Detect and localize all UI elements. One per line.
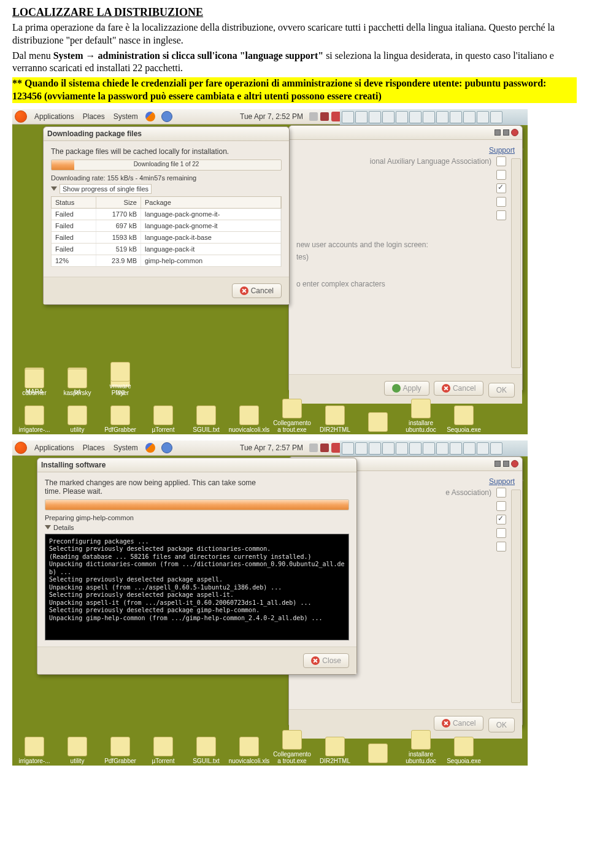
taskbar-btn[interactable] — [382, 442, 395, 455]
close-icon[interactable] — [511, 129, 518, 136]
lang-checkbox-checked[interactable] — [496, 515, 506, 524]
desktop-icon[interactable] — [368, 743, 388, 763]
desktop-icon[interactable] — [282, 730, 302, 750]
desktop-icon[interactable] — [110, 737, 130, 756]
app-icon[interactable] — [110, 362, 130, 382]
help-icon[interactable] — [161, 111, 172, 122]
desktop-icon[interactable] — [411, 399, 431, 418]
desktop-icon[interactable] — [454, 737, 474, 756]
volume-icon[interactable] — [309, 444, 318, 452]
desktop-icon[interactable] — [153, 405, 173, 425]
taskbar-btn[interactable] — [463, 442, 475, 455]
taskbar-btn[interactable] — [423, 442, 435, 455]
desktop-icon[interactable] — [67, 405, 87, 425]
progress-table-header: Status Size Package — [51, 196, 282, 209]
folder-icon[interactable] — [25, 369, 44, 388]
maximize-icon[interactable] — [503, 461, 509, 467]
desktop-icon[interactable] — [67, 737, 87, 756]
taskbar-btn[interactable] — [490, 111, 502, 123]
desktop-icon[interactable] — [325, 737, 345, 756]
taskbar-btn[interactable] — [409, 111, 422, 123]
support-link[interactable]: Support — [296, 146, 515, 155]
minimize-icon[interactable] — [495, 129, 501, 136]
taskbar-btn[interactable] — [382, 111, 395, 123]
menu-system[interactable]: System — [112, 112, 139, 121]
panel-clock: Tue Apr 7, 2:52 PM — [240, 112, 303, 121]
menu-places[interactable]: Places — [82, 112, 106, 121]
close-icon[interactable] — [511, 460, 518, 467]
network-icon[interactable] — [320, 112, 329, 121]
taskbar-btn[interactable] — [490, 442, 502, 455]
desktop-icon[interactable] — [196, 405, 216, 425]
desktop-icon[interactable] — [196, 737, 216, 756]
lang-checkbox[interactable] — [496, 501, 506, 511]
details-expander[interactable]: Details — [45, 524, 74, 531]
lang-checkbox[interactable] — [496, 170, 506, 180]
taskbar-btn[interactable] — [355, 111, 368, 123]
desktop-icons-row1: cdburner kaspersky vmware Player — [16, 361, 524, 396]
taskbar-btn[interactable] — [450, 111, 462, 123]
scrollbar[interactable] — [511, 490, 521, 703]
scrollbar[interactable] — [511, 158, 521, 368]
taskbar-btn[interactable] — [396, 111, 408, 123]
taskbar-btn[interactable] — [342, 111, 354, 123]
menu-system[interactable]: System — [112, 444, 139, 452]
downloading-dialog: Downloading package files The package fi… — [43, 126, 290, 305]
cancel-button[interactable]: Cancel — [232, 283, 282, 298]
desktop-icon[interactable] — [454, 405, 474, 425]
desktop-icons-row2: irrigatore-...utilityPdfGrabberµTorrentS… — [16, 398, 524, 433]
desktop-icon[interactable] — [282, 399, 302, 418]
firefox-icon[interactable] — [145, 112, 155, 121]
desktop-icon[interactable] — [153, 737, 173, 756]
lang-checkbox[interactable] — [496, 528, 506, 538]
menu-applications[interactable]: Applications — [33, 444, 75, 452]
desktop-icon[interactable] — [239, 405, 259, 425]
minimize-icon[interactable] — [495, 461, 501, 467]
taskbar-btn[interactable] — [342, 442, 354, 455]
taskbar-btn[interactable] — [409, 442, 422, 455]
doc-para1a: La prima operazione da fare è la localiz… — [12, 21, 577, 47]
taskbar-btn[interactable] — [477, 442, 489, 455]
taskbar-btn[interactable] — [423, 111, 435, 123]
lang-hint: tes) — [296, 253, 515, 261]
dialog-text: The marked changes are now being applied… — [45, 478, 258, 496]
lang-checkbox[interactable] — [496, 210, 506, 220]
desktop-icon[interactable] — [325, 405, 345, 425]
desktop-icon[interactable] — [411, 730, 431, 750]
menu-places[interactable]: Places — [82, 444, 106, 452]
desktop-icon[interactable] — [25, 737, 44, 756]
taskbar-btn[interactable] — [450, 442, 462, 455]
volume-icon[interactable] — [309, 112, 318, 121]
taskbar-btn[interactable] — [355, 442, 368, 455]
network-icon[interactable] — [320, 444, 329, 452]
lang-checkbox[interactable] — [496, 197, 506, 207]
show-progress-expander[interactable]: Show progress of single files — [51, 184, 152, 194]
close-button[interactable]: Close — [303, 653, 349, 668]
taskbar-btn[interactable] — [396, 442, 408, 455]
windows-taskbar-fragment — [340, 440, 528, 456]
desktop-icon[interactable] — [368, 412, 388, 432]
lang-checkbox[interactable] — [496, 488, 506, 497]
lang-checkbox-checked[interactable] — [496, 183, 506, 193]
taskbar-btn[interactable] — [369, 442, 381, 455]
help-icon[interactable] — [161, 442, 172, 453]
desktop-icon[interactable] — [239, 737, 259, 756]
install-progress — [45, 499, 349, 510]
taskbar-btn[interactable] — [463, 111, 475, 123]
ubuntu-logo-icon — [15, 442, 27, 454]
dialog-text: The package files will be cached locally… — [51, 147, 282, 156]
dialog-title: Downloading package files — [44, 127, 289, 141]
desktop-icon[interactable] — [110, 405, 130, 425]
lang-checkbox[interactable] — [496, 542, 506, 551]
maximize-icon[interactable] — [503, 129, 509, 136]
firefox-icon[interactable] — [145, 443, 155, 453]
menu-applications[interactable]: Applications — [33, 112, 75, 121]
taskbar-btn[interactable] — [436, 111, 448, 123]
taskbar-btn[interactable] — [477, 111, 489, 123]
desktop-icon[interactable] — [25, 405, 44, 425]
lang-checkbox[interactable] — [496, 156, 506, 166]
taskbar-btn[interactable] — [436, 442, 448, 455]
taskbar-btn[interactable] — [369, 111, 381, 123]
folder-icon[interactable] — [67, 369, 87, 388]
doc-warning: ** Quando il sistema chiede le credenzia… — [12, 77, 577, 103]
